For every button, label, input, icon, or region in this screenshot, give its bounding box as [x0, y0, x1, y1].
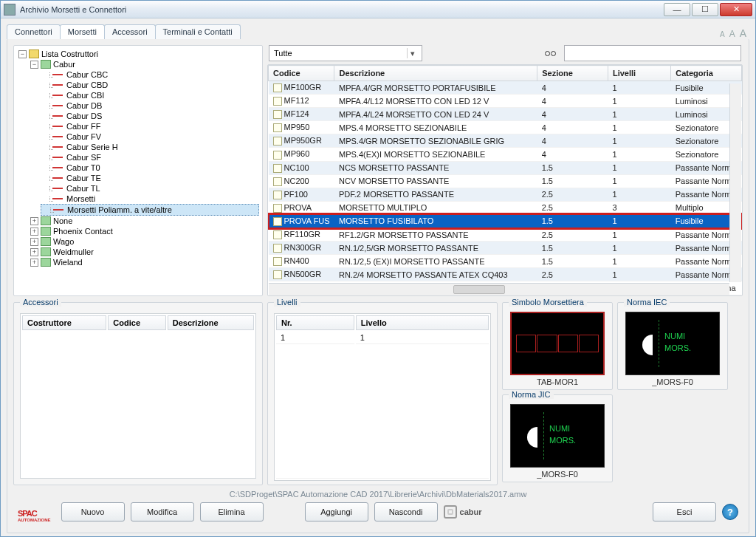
- table-row[interactable]: MP950GRMPS.4/GR MORSETTO SEZIONABILE GRI…: [269, 134, 742, 148]
- tab-terminali e contatti[interactable]: Terminali e Contatti: [155, 24, 241, 39]
- esci-button[interactable]: Esci: [653, 502, 716, 521]
- table-row[interactable]: MF112MPFA.4/L12 MORSETTO CON LED 12 V41L…: [269, 95, 742, 108]
- row-icon: [273, 83, 282, 92]
- titlebar[interactable]: Archivio Morsetti e Connettori — ☐ ✕: [1, 1, 755, 18]
- tab-accessori[interactable]: Accessori: [104, 24, 156, 39]
- btn-nuovo[interactable]: Nuovo: [61, 502, 125, 521]
- app-icon: [4, 4, 16, 16]
- tree-item[interactable]: Cabur CBI: [41, 90, 259, 100]
- row-icon: [273, 257, 282, 266]
- tree-item[interactable]: Cabur CBC: [41, 69, 259, 80]
- table-row[interactable]: RN300GRRN.1/2,5/GR MORSETTO PASSANTE1.51…: [269, 242, 742, 255]
- norma-jic-preview: Norma JIC NUMIMORS. _MORS-F0: [502, 394, 613, 482]
- col-header[interactable]: Categoria: [671, 66, 742, 81]
- btn-nascondi[interactable]: Nascondi: [374, 502, 438, 521]
- row-icon: [273, 137, 282, 146]
- btn-aggiungi[interactable]: Aggiungi: [305, 502, 368, 521]
- table-row[interactable]: MF100GRMPFA.4/GR MORSETTO PORTAFUSIBILE4…: [269, 81, 742, 95]
- row-icon: [273, 204, 282, 213]
- col-header[interactable]: Livelli: [608, 66, 670, 81]
- table-row[interactable]: RP300GRRP.4/6 MORSETTO PASSANTE ATEX CQ4…: [269, 295, 742, 296]
- spac-logo: SPACAUTOMAZIONE: [18, 502, 51, 522]
- row-icon: [273, 270, 282, 279]
- tree-item[interactable]: + Phoenix Contact: [29, 226, 259, 236]
- tree-item[interactable]: Morsetti: [41, 194, 259, 204]
- table-row[interactable]: RF110GRRF1.2/GR MORSETTO PASSANTE2.51Pas…: [269, 228, 742, 242]
- accessori-grid[interactable]: CostruttoreCodiceDescrizione: [20, 313, 256, 479]
- tree-item[interactable]: Cabur SF: [41, 152, 259, 163]
- dialog-window: Archivio Morsetti e Connettori — ☐ ✕ Con…: [0, 0, 756, 537]
- livelli-grid[interactable]: Nr.Livello 11: [274, 313, 491, 481]
- row-icon: [273, 177, 282, 186]
- tree-item[interactable]: Cabur DS: [41, 111, 259, 121]
- minimize-button[interactable]: —: [664, 3, 690, 16]
- help-button[interactable]: ?: [722, 504, 738, 520]
- tree-cabur[interactable]: − Cabur: [29, 59, 259, 69]
- tree-item[interactable]: Cabur CBD: [41, 80, 259, 90]
- table-row[interactable]: PROVAMORSETTO MULTIPLO2.53Multiplo: [269, 201, 742, 214]
- tree-item[interactable]: Cabur TL: [41, 183, 259, 194]
- tree-item[interactable]: + Wago: [29, 236, 259, 247]
- table-row[interactable]: PROVA FUSMORSETTO FUSIBILATO1.51Fusibile: [269, 214, 742, 228]
- simbolo-preview: Simbolo Morsettiera TAB-MOR1: [502, 302, 613, 390]
- row-icon: [273, 123, 282, 132]
- row-icon: [273, 97, 282, 106]
- btn-modifica[interactable]: Modifica: [131, 502, 194, 521]
- tree-item[interactable]: + Wieland: [29, 257, 259, 267]
- row-icon: [273, 151, 282, 160]
- horizontal-scrollbar[interactable]: [269, 283, 729, 295]
- db-path: C:\SDProget\SPAC Automazione CAD 2017\Li…: [13, 485, 743, 500]
- table-row[interactable]: PF100PDF.2 MORSETTO PASSANTE2.51Passante…: [269, 188, 742, 201]
- category-filter[interactable]: Tutte ▾: [269, 45, 422, 61]
- tree-item[interactable]: + Weidmuller: [29, 247, 259, 257]
- main-tabs: ConnettoriMorsettiAccessoriTerminali e C…: [7, 24, 240, 39]
- binoculars-icon[interactable]: [545, 47, 558, 59]
- font-size-switch[interactable]: AAA: [720, 27, 749, 39]
- btn-elimina[interactable]: Elimina: [200, 502, 264, 521]
- search-input[interactable]: [564, 45, 741, 61]
- tree-item[interactable]: + None: [29, 216, 259, 226]
- col-header[interactable]: Descrizione: [334, 66, 537, 81]
- cabur-logo: cabur: [444, 504, 482, 520]
- accessori-group: Accessori CostruttoreCodiceDescrizione: [13, 302, 263, 485]
- table-row[interactable]: RN400RN.1/2,5 (EX)I MORSETTO PASSANTE1.5…: [269, 255, 742, 268]
- table-row[interactable]: RN500GRRN.2/4 MORSETTO PASSANTE ATEX CQ4…: [269, 268, 742, 281]
- tab-connettori[interactable]: Connettori: [7, 24, 61, 39]
- tree-item[interactable]: Cabur TE: [41, 173, 259, 183]
- parts-grid[interactable]: CodiceDescrizioneSezioneLivelliCategoria…: [267, 64, 743, 296]
- table-row[interactable]: MP960MPS.4(EX)I MORSETTO SEZIONABILE41Se…: [269, 148, 742, 161]
- table-row[interactable]: NC100NCS MORSETTO PASSANTE1.51Passante N…: [269, 161, 742, 174]
- row-icon: [273, 217, 282, 226]
- close-button[interactable]: ✕: [720, 3, 752, 16]
- tree-root[interactable]: − Lista Costruttori: [17, 49, 259, 59]
- tree-item[interactable]: Morsetti Poliamm. a vite/altre: [41, 204, 259, 216]
- col-header[interactable]: Codice: [269, 66, 334, 81]
- livelli-group: Livelli Nr.Livello 11: [267, 302, 498, 485]
- row-icon: [273, 110, 282, 119]
- chevron-down-icon: ▾: [407, 48, 417, 58]
- row-icon: [273, 244, 282, 253]
- table-row[interactable]: NC200NCV MORSETTO PASSANTE1.51Passante N…: [269, 174, 742, 188]
- table-row[interactable]: MP950MPS.4 MORSETTO SEZIONABILE41Seziona…: [269, 121, 742, 134]
- row-icon: [273, 164, 282, 173]
- col-header[interactable]: Sezione: [537, 66, 608, 81]
- maximize-button[interactable]: ☐: [692, 3, 718, 16]
- vertical-scrollbar[interactable]: [729, 83, 741, 282]
- tab-morsetti[interactable]: Morsetti: [60, 24, 105, 39]
- tree-item[interactable]: Cabur Serie H: [41, 142, 259, 152]
- tree-item[interactable]: Cabur FV: [41, 131, 259, 142]
- row-icon: [273, 230, 282, 239]
- tree-item[interactable]: Cabur T0: [41, 163, 259, 173]
- tree-item[interactable]: Cabur FF: [41, 121, 259, 131]
- tree-item[interactable]: Cabur DB: [41, 100, 259, 111]
- window-title: Archivio Morsetti e Connettori: [20, 5, 664, 14]
- table-row[interactable]: MF124MPFA.4/L24 MORSETTO CON LED 24 V41L…: [269, 108, 742, 121]
- row-icon: [273, 191, 282, 199]
- norma-iec-preview: Norma IEC NUMIMORS. _MORS-F0: [617, 302, 728, 390]
- manufacturer-tree[interactable]: − Lista Costruttori− Cabur Cabur CBC Cab…: [13, 45, 263, 296]
